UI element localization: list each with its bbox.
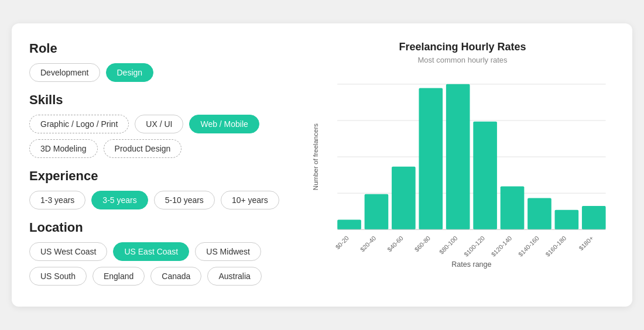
chart-subtitle: Most common hourly rates — [417, 56, 507, 64]
location-title: Location — [29, 220, 287, 235]
chip-1-3-years[interactable]: 1-3 years — [29, 191, 85, 209]
experience-chips-row: 1-3 years3-5 years5-10 years10+ years — [29, 191, 287, 209]
chip-graphic-/-logo-/-print[interactable]: Graphic / Logo / Print — [29, 115, 129, 133]
chart-title: Freelancing Hourly Rates — [399, 41, 526, 53]
svg-rect-23 — [582, 206, 606, 229]
svg-text:$180+: $180+ — [577, 235, 594, 252]
chip-england[interactable]: England — [93, 267, 145, 286]
svg-text:Rates range: Rates range — [451, 260, 491, 269]
svg-rect-11 — [419, 88, 443, 230]
chip-web-/-mobile[interactable]: Web / Mobile — [189, 115, 259, 133]
svg-rect-17 — [501, 186, 525, 229]
svg-text:$20-40: $20-40 — [359, 235, 378, 253]
svg-text:$140-160: $140-160 — [517, 235, 540, 258]
svg-rect-9 — [392, 167, 416, 229]
role-title: Role — [29, 41, 287, 56]
experience-title: Experience — [29, 169, 287, 184]
chip-design[interactable]: Design — [106, 63, 154, 82]
skills-chips-row: Graphic / Logo / PrintUX / UIWeb / Mobil… — [29, 115, 287, 158]
svg-text:$160-180: $160-180 — [544, 235, 567, 258]
chip-australia[interactable]: Australia — [207, 267, 261, 286]
svg-rect-5 — [337, 220, 361, 230]
chip-development[interactable]: Development — [29, 63, 100, 82]
svg-text:$80-100: $80-100 — [438, 235, 459, 256]
svg-text:$100-120: $100-120 — [463, 235, 486, 258]
main-card: Role DevelopmentDesign Skills Graphic / … — [12, 23, 632, 307]
svg-rect-21 — [555, 210, 579, 230]
chip-us-south[interactable]: US South — [29, 267, 87, 286]
svg-text:Number of freelancers: Number of freelancers — [312, 123, 319, 190]
skills-title: Skills — [29, 92, 287, 108]
svg-rect-7 — [365, 194, 389, 229]
svg-text:$40-60: $40-60 — [386, 235, 405, 253]
chip-ux-/-ui[interactable]: UX / UI — [135, 115, 183, 133]
chip-3-5-years[interactable]: 3-5 years — [91, 191, 148, 209]
chip-10+-years[interactable]: 10+ years — [221, 191, 279, 209]
svg-rect-19 — [527, 198, 551, 230]
left-panel: Role DevelopmentDesign Skills Graphic / … — [29, 41, 287, 289]
location-chips-row: US West CoastUS East CoastUS MidwestUS S… — [29, 242, 287, 286]
chip-us-east-coast[interactable]: US East Coast — [113, 242, 189, 261]
chip-5-10-years[interactable]: 5-10 years — [154, 191, 215, 209]
chip-product-design[interactable]: Product Design — [104, 139, 182, 158]
chip-us-west-coast[interactable]: US West Coast — [29, 242, 107, 261]
svg-rect-13 — [446, 84, 470, 229]
chip-canada[interactable]: Canada — [150, 267, 201, 286]
chip-us-midwest[interactable]: US Midwest — [195, 242, 261, 261]
chart-area: $0-20$20-40$40-60$60-80$80-100$100-120$1… — [310, 74, 615, 275]
svg-rect-15 — [473, 122, 497, 230]
right-panel: Freelancing Hourly Rates Most common hou… — [310, 41, 615, 289]
svg-text:$0-20: $0-20 — [334, 235, 350, 251]
role-chips-row: DevelopmentDesign — [29, 63, 287, 82]
chip-3d-modeling[interactable]: 3D Modeling — [29, 139, 98, 158]
bar-chart: $0-20$20-40$40-60$60-80$80-100$100-120$1… — [310, 74, 615, 273]
svg-text:$120-140: $120-140 — [489, 235, 513, 258]
svg-text:$60-80: $60-80 — [413, 235, 431, 253]
